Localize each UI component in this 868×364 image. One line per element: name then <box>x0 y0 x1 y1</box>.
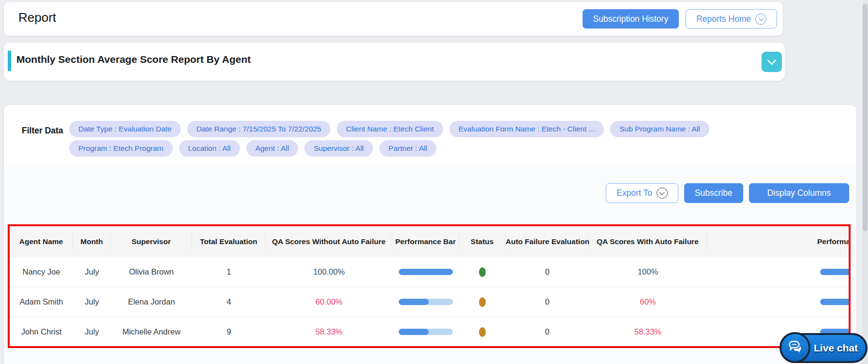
total-evaluation-cell: 1 <box>192 267 266 277</box>
status-cell <box>459 327 506 337</box>
export-to-label: Export To <box>616 188 652 198</box>
live-chat-button[interactable]: Live chat <box>780 333 868 363</box>
filter-chip[interactable]: Date Range : 7/15/2025 To 7/22/2025 <box>187 121 330 137</box>
performance-bar <box>399 329 453 335</box>
qa-score-without-auto-failure-cell: 58.33% <box>266 327 392 336</box>
subscribe-label: Subscribe <box>695 188 733 198</box>
performance-bar <box>820 269 851 275</box>
vertical-scrollbar-track <box>862 0 868 364</box>
subscription-history-label: Subscription History <box>593 14 669 24</box>
chevron-down-circle-icon <box>755 14 766 25</box>
report-title-card: Monthly Section Average Score Report By … <box>4 43 785 81</box>
column-header-supervisor[interactable]: Supervisor <box>111 233 192 251</box>
performance-bar <box>820 299 851 305</box>
reports-home-button[interactable]: Reports Home <box>686 9 777 29</box>
agent-name-cell: John Christ <box>10 327 73 336</box>
collapse-section-button[interactable] <box>762 52 782 72</box>
live-chat-label: Live chat <box>814 342 858 354</box>
table-section: Export To Subscribe Display Columns Agen… <box>4 168 856 364</box>
total-evaluation-cell: 4 <box>192 297 266 306</box>
table-row: John ChristJulyMichelle Andrew958.33%058… <box>10 317 851 347</box>
table-body: Nancy JoeJulyOlivia Brown1100.00%0100%Ad… <box>10 257 851 347</box>
column-header-auto-failure-evaluation[interactable]: Auto Failure Evaluation <box>506 233 589 251</box>
filter-chip-row-1: Date Type : Evaluation DateDate Range : … <box>69 121 709 137</box>
column-header-month[interactable]: Month <box>73 233 111 251</box>
subscribe-button[interactable]: Subscribe <box>684 183 743 203</box>
auto-failure-evaluation-cell: 0 <box>506 267 589 277</box>
display-columns-button[interactable]: Display Columns <box>749 183 849 203</box>
column-header-performance-bar[interactable]: Performance Bar <box>392 233 459 251</box>
filter-chip[interactable]: Agent : All <box>246 140 299 157</box>
performance-bar-cell <box>392 299 459 305</box>
filter-chip[interactable]: Supervisor : All <box>304 140 373 157</box>
status-dot-icon <box>479 327 486 337</box>
report-table: Agent NameMonthSupervisorTotal Evaluatio… <box>10 226 851 347</box>
qa-score-with-auto-failure-cell: 58.33% <box>589 327 707 336</box>
status-dot-icon <box>479 267 486 277</box>
top-bar: Report Subscription History Reports Home <box>4 2 783 36</box>
auto-failure-evaluation-cell: 0 <box>506 297 589 306</box>
filter-chip[interactable]: Location : All <box>179 140 240 157</box>
table-header-row: Agent NameMonthSupervisorTotal Evaluatio… <box>10 226 851 257</box>
month-cell: July <box>73 267 111 277</box>
column-header-agent-name[interactable]: Agent Name <box>10 233 73 251</box>
performance-bar-with-auto-failure-cell <box>707 299 851 305</box>
performance-bar <box>399 269 453 275</box>
supervisor-cell: Olivia Brown <box>111 267 192 277</box>
subscription-history-button[interactable]: Subscription History <box>583 9 679 29</box>
month-cell: July <box>73 297 111 306</box>
filter-chip[interactable]: Sub Program Name : All <box>610 121 709 137</box>
chat-bubbles-icon <box>779 332 810 363</box>
status-dot-icon <box>479 297 486 307</box>
performance-bar-with-auto-failure-cell <box>707 269 851 275</box>
qa-score-without-auto-failure-cell: 60.00% <box>266 297 392 306</box>
supervisor-cell: Michelle Andrew <box>111 327 192 336</box>
filter-chip[interactable]: Date Type : Evaluation Date <box>69 121 181 137</box>
column-header-total-evaluation[interactable]: Total Evaluation <box>192 233 266 251</box>
agent-name-cell: Nancy Joe <box>10 267 73 277</box>
reports-home-label: Reports Home <box>696 14 751 24</box>
status-cell <box>459 297 506 307</box>
page-title: Report <box>18 10 56 25</box>
supervisor-cell: Elena Jordan <box>111 297 192 306</box>
report-section-title: Monthly Section Average Score Report By … <box>16 54 251 65</box>
filter-data-label: Filter Data <box>22 126 63 136</box>
performance-bar-cell <box>392 269 459 275</box>
column-header-status[interactable]: Status <box>459 233 506 251</box>
filter-chip-row-2: Program : Etech ProgramLocation : AllAge… <box>69 140 436 157</box>
performance-bar-cell <box>392 329 459 335</box>
table-highlight-annotation: Agent NameMonthSupervisorTotal Evaluatio… <box>8 224 851 348</box>
filter-chip[interactable]: Evaluation Form Name : Etech - Client ..… <box>449 121 604 137</box>
agent-name-cell: Adam Smith <box>10 297 73 306</box>
display-columns-label: Display Columns <box>767 188 831 198</box>
month-cell: July <box>73 327 111 336</box>
vertical-scrollbar-thumb[interactable] <box>863 4 868 231</box>
total-evaluation-cell: 9 <box>192 327 266 336</box>
performance-bar <box>399 299 453 305</box>
column-header-performance-bar[interactable]: Performance Bar <box>707 233 851 251</box>
table-toolbar: Export To Subscribe Display Columns <box>606 183 849 203</box>
report-content-card: Filter Data Date Type : Evaluation DateD… <box>4 105 856 364</box>
top-bar-buttons: Subscription History Reports Home <box>583 9 777 29</box>
filter-chip[interactable]: Client Name : Etech Client <box>337 121 443 137</box>
qa-score-with-auto-failure-cell: 60% <box>589 297 707 306</box>
column-header-qa-scores-without-auto-failure[interactable]: QA Scores Without Auto Failure <box>266 233 392 251</box>
export-to-button[interactable]: Export To <box>606 183 678 203</box>
status-cell <box>459 267 506 277</box>
filter-chip[interactable]: Program : Etech Program <box>69 140 173 157</box>
column-header-qa-scores-with-auto-failure[interactable]: QA Scores With Auto Failure <box>589 233 707 251</box>
qa-score-with-auto-failure-cell: 100% <box>589 267 707 277</box>
table-row: Adam SmithJulyElena Jordan460.00%060% <box>10 287 851 317</box>
table-row: Nancy JoeJulyOlivia Brown1100.00%0100% <box>10 257 851 287</box>
auto-failure-evaluation-cell: 0 <box>506 327 589 336</box>
qa-score-without-auto-failure-cell: 100.00% <box>266 267 392 277</box>
accent-bar <box>8 51 11 71</box>
filter-chip[interactable]: Partner : All <box>379 140 436 157</box>
chevron-down-circle-icon <box>657 188 668 199</box>
